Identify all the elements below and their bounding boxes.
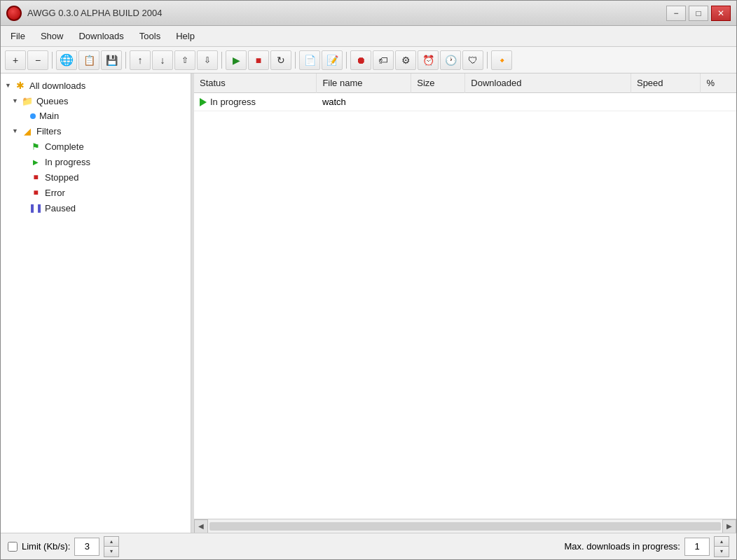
status-text: In progress [210, 97, 256, 107]
flag-icon: ⚑ [30, 141, 41, 152]
table-row[interactable]: In progress watch [194, 93, 736, 111]
sidebar-item-paused[interactable]: ❚❚ Paused [1, 200, 191, 216]
all-downloads-label: All downloads [29, 80, 85, 91]
error-label: Error [45, 188, 65, 198]
record-button[interactable]: ⏺ [350, 50, 371, 70]
cell-speed [631, 93, 700, 111]
menu-downloads[interactable]: Downloads [71, 28, 130, 44]
col-status[interactable]: Status [194, 74, 317, 93]
col-size[interactable]: Size [411, 74, 465, 93]
properties-button[interactable]: 🌐 [56, 50, 77, 70]
sidebar-item-queues[interactable]: ▼ 📁 Queues [1, 93, 191, 108]
max-spinner: ▴ ▾ [714, 536, 729, 557]
expand-arrow: ▼ [12, 97, 22, 104]
play-icon: ▶ [30, 156, 41, 167]
paused-label: Paused [45, 203, 76, 214]
downloads-list: Status File name Size Downloaded [194, 74, 736, 111]
max-input[interactable] [684, 538, 710, 556]
clock-button[interactable]: ⏰ [418, 50, 439, 70]
expand-arrow: ▼ [12, 127, 22, 134]
tag-button[interactable]: 🏷 [373, 50, 394, 70]
in-progress-icon [200, 98, 207, 106]
sidebar-item-filters[interactable]: ▼ ◢ Filters [1, 123, 191, 139]
separator-5 [346, 52, 347, 69]
sidebar-item-complete[interactable]: ⚑ Complete [1, 139, 191, 154]
start-button[interactable]: ▶ [226, 50, 247, 70]
limit-down-button[interactable]: ▾ [104, 547, 118, 556]
separator-6 [487, 52, 488, 69]
main-content: ▼ ✱ All downloads ▼ 📁 Queues Main ▼ ◢ Fi… [1, 74, 736, 533]
status-bar: Limit (Kb/s): ▴ ▾ Max. downloads in prog… [1, 533, 736, 559]
sidebar-item-stopped[interactable]: ■ Stopped [1, 169, 191, 185]
dot-icon [30, 113, 36, 119]
shield-button[interactable]: 🛡 [462, 50, 483, 70]
col-filename[interactable]: File name [317, 74, 411, 93]
disk-button[interactable]: 💾 [101, 50, 122, 70]
menu-show[interactable]: Show [34, 28, 71, 44]
settings-button[interactable]: ⚙ [395, 50, 416, 70]
minimize-button[interactable]: − [666, 6, 686, 21]
main-window: AWGG 0.3.0 ALPHA BUILD 2004 − □ ✕ File S… [0, 0, 737, 560]
sidebar-item-in-progress[interactable]: ▶ In progress [1, 154, 191, 169]
status-right: Max. downloads in progress: ▴ ▾ [565, 536, 729, 557]
export-button[interactable]: 🔸 [491, 50, 512, 70]
sidebar: ▼ ✱ All downloads ▼ 📁 Queues Main ▼ ◢ Fi… [1, 74, 191, 533]
cell-filename: watch [317, 93, 411, 111]
separator-1 [52, 52, 53, 69]
refresh-button[interactable]: ↻ [270, 50, 291, 70]
window-title: AWGG 0.3.0 ALPHA BUILD 2004 [27, 8, 162, 18]
maximize-button[interactable]: □ [689, 6, 708, 21]
limit-checkbox[interactable] [8, 542, 18, 552]
star-icon: ✱ [15, 80, 26, 91]
toolbar: + − 🌐 📋 💾 ↑ ↓ ⇧ ⇩ ▶ ■ ↻ 📄 📝 ⏺ 🏷 ⚙ ⏰ 🕐 🛡 … [1, 47, 736, 74]
max-label: Max. downloads in progress: [565, 541, 680, 552]
close-button[interactable]: ✕ [711, 6, 731, 21]
error-icon: ■ [30, 187, 41, 198]
remove-button[interactable]: − [27, 50, 48, 70]
move-down-button[interactable]: ↓ [152, 50, 173, 70]
horizontal-scrollbar: ◀ ▶ [194, 519, 736, 533]
col-downloaded[interactable]: Downloaded [465, 74, 631, 93]
clipboard-button[interactable]: 📋 [78, 50, 99, 70]
expand-arrow: ▼ [5, 82, 15, 89]
queues-label: Queues [36, 96, 69, 106]
title-bar: AWGG 0.3.0 ALPHA BUILD 2004 − □ ✕ [1, 1, 736, 26]
sidebar-item-main[interactable]: Main [1, 108, 191, 123]
in-progress-label: In progress [45, 157, 90, 167]
cell-size [411, 93, 465, 111]
filters-label: Filters [36, 126, 61, 136]
sidebar-item-error[interactable]: ■ Error [1, 185, 191, 200]
scroll-track[interactable] [209, 522, 721, 531]
scroll-right-button[interactable]: ▶ [722, 519, 736, 533]
main-label: Main [39, 111, 59, 121]
table-header-row: Status File name Size Downloaded [194, 74, 736, 93]
separator-4 [295, 52, 296, 69]
limit-up-button[interactable]: ▴ [104, 537, 118, 547]
move-up-button[interactable]: ↑ [130, 50, 151, 70]
log-button[interactable]: 📄 [299, 50, 320, 70]
info-button[interactable]: 📝 [322, 50, 343, 70]
move-top-button[interactable]: ⇧ [174, 50, 195, 70]
max-down-button[interactable]: ▾ [715, 547, 729, 556]
funnel-icon: ◢ [22, 125, 33, 136]
menu-help[interactable]: Help [169, 28, 202, 44]
col-speed[interactable]: Speed [631, 74, 700, 93]
menu-bar: File Show Downloads Tools Help [1, 26, 736, 47]
menu-tools[interactable]: Tools [132, 28, 167, 44]
menu-file[interactable]: File [4, 28, 32, 44]
add-button[interactable]: + [5, 50, 26, 70]
stop-button[interactable]: ■ [248, 50, 269, 70]
col-percent[interactable]: % [701, 74, 736, 93]
separator-3 [221, 52, 222, 69]
app-icon [6, 6, 22, 21]
move-bottom-button[interactable]: ⇩ [197, 50, 218, 70]
cell-downloaded [465, 93, 631, 111]
limit-input[interactable] [74, 538, 99, 556]
history-button[interactable]: 🕐 [440, 50, 461, 70]
pause-icon: ❚❚ [30, 202, 41, 214]
sidebar-item-all-downloads[interactable]: ▼ ✱ All downloads [1, 78, 191, 93]
max-up-button[interactable]: ▴ [715, 537, 729, 547]
scroll-left-button[interactable]: ◀ [194, 519, 208, 533]
folder-icon: 📁 [22, 95, 33, 106]
content-area: Status File name Size Downloaded [194, 74, 736, 533]
